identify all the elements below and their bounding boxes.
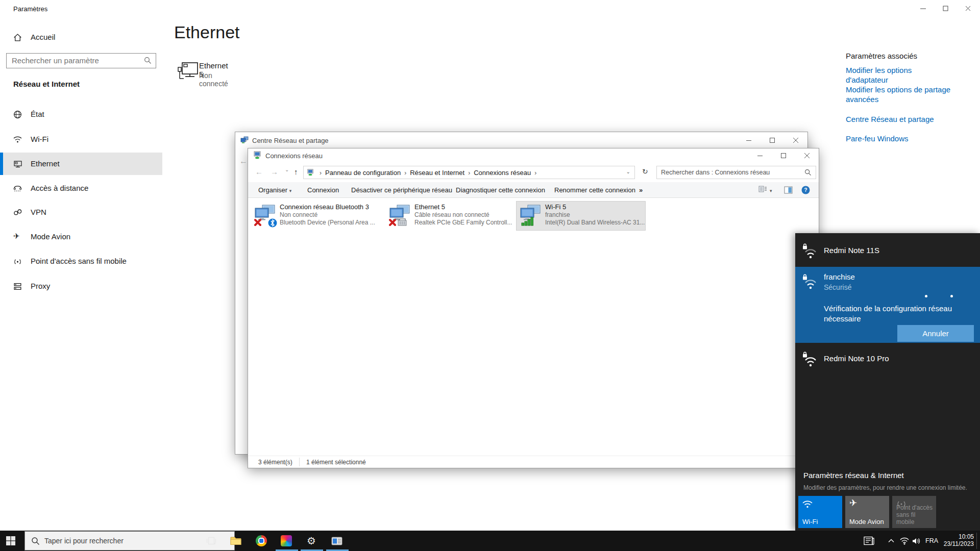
globe-icon xyxy=(13,110,22,119)
sidebar-item-mode-avion[interactable]: ✈ Mode Avion xyxy=(0,226,162,248)
news-widget-icon[interactable] xyxy=(863,535,875,547)
chrome-icon[interactable] xyxy=(255,535,267,547)
item-count: 3 élément(s) xyxy=(258,459,292,466)
link-network-center[interactable]: Centre Réseau et partage xyxy=(846,114,953,124)
statusbar-divider xyxy=(299,458,300,466)
sidebar-item-ethernet[interactable]: Ethernet xyxy=(0,153,162,175)
svg-text:?: ? xyxy=(804,187,807,193)
connections-titlebar[interactable]: Connexions réseau xyxy=(248,148,819,163)
address-dropdown-icon[interactable]: ⌄ xyxy=(626,169,630,174)
link-adapter-options[interactable]: Modifier les options d'adaptateur xyxy=(846,65,953,85)
language-indicator[interactable]: FRA xyxy=(925,537,938,544)
back-arrow-icon[interactable]: ← xyxy=(239,157,248,166)
start-button[interactable] xyxy=(6,536,15,545)
toolbar-disable-device[interactable]: Désactiver ce périphérique réseau xyxy=(351,182,452,198)
proxy-icon xyxy=(13,282,22,291)
network-item-redmi-11s[interactable]: Redmi Note 11S xyxy=(795,237,980,264)
nav-back-icon[interactable]: ← xyxy=(255,167,263,176)
wifi-signal-lock-icon xyxy=(802,274,819,289)
breadcrumb-chevron-icon: › xyxy=(316,169,325,177)
preview-pane-icon[interactable] xyxy=(784,186,793,194)
explorer-search-input[interactable]: Rechercher dans : Connexions réseau xyxy=(656,166,816,179)
toolbar-diagnose[interactable]: Diagnostiquer cette connexion xyxy=(456,182,545,198)
address-bar[interactable]: ›Panneau de configuration›Réseau et Inte… xyxy=(303,166,635,179)
toolbar-overflow-chevron[interactable]: » xyxy=(639,182,643,198)
settings-close-button[interactable] xyxy=(957,0,979,16)
nav-history-chevron-icon[interactable]: ⌄ xyxy=(285,167,289,172)
search-icon xyxy=(144,57,152,64)
search-icon xyxy=(804,169,812,176)
wifi-icon xyxy=(802,500,813,508)
quick-action-mobile-hotspot[interactable]: Point d'accès sans fil mobile xyxy=(892,496,936,528)
tray-wifi-icon[interactable] xyxy=(898,535,911,547)
hotspot-icon xyxy=(13,257,22,266)
settings-window-controls xyxy=(912,0,979,16)
tray-date: 23/11/2023 xyxy=(942,540,974,547)
ethernet-monitor-icon xyxy=(178,61,199,82)
minimize-button[interactable] xyxy=(737,132,761,148)
image-editor-icon[interactable] xyxy=(280,535,292,547)
toolbar-rename[interactable]: Renommer cette connexion xyxy=(554,182,635,198)
file-explorer-icon[interactable] xyxy=(230,535,242,547)
help-icon[interactable]: ? xyxy=(801,186,810,194)
taskbar-search-input[interactable]: Taper ici pour rechercher xyxy=(24,531,235,550)
minimize-button[interactable] xyxy=(748,148,772,163)
network-settings-subtitle: Modifier des paramètres, pour rendre une… xyxy=(803,484,967,491)
network-center-titlebar[interactable]: Centre Réseau et partage xyxy=(235,132,807,148)
link-sharing-options[interactable]: Modifier les options de partage avancées xyxy=(846,85,953,104)
nav-forward-icon[interactable]: → xyxy=(271,167,278,176)
settings-minimize-button[interactable] xyxy=(912,0,934,16)
ethernet-icon xyxy=(13,160,22,168)
settings-maximize-button[interactable] xyxy=(934,0,957,16)
network-security: Sécurisé xyxy=(824,283,851,291)
adapter-tile-ethernet[interactable]: Ethernet 5 Câble réseau non connecté Rea… xyxy=(386,202,514,230)
breadcrumb-chevron-icon: › xyxy=(531,169,540,177)
adapter-tile-wifi[interactable]: Wi-Fi 5 franchise Intel(R) Dual Band Wir… xyxy=(517,202,645,230)
tray-chevron-up-icon[interactable] xyxy=(885,535,897,547)
network-center-icon xyxy=(240,136,249,144)
show-desktop-divider[interactable] xyxy=(976,533,977,549)
task-view-icon[interactable] xyxy=(205,535,217,547)
network-item-franchise-selected[interactable]: franchise Sécurisé Vérification de la co… xyxy=(795,267,980,343)
clock[interactable]: 10:05 23/11/2023 xyxy=(942,533,974,547)
view-dropdown-icon[interactable]: ▾ xyxy=(770,188,772,193)
adapter-tile-bluetooth[interactable]: Connexion réseau Bluetooth 3 Non connect… xyxy=(251,202,380,230)
sidebar-item-etat[interactable]: État xyxy=(0,103,162,126)
sidebar-item-proxy[interactable]: Proxy xyxy=(0,275,162,297)
quick-action-airplane-mode[interactable]: ✈ Mode Avion xyxy=(845,496,889,528)
toolbar-connexion[interactable]: Connexion xyxy=(307,182,339,198)
close-button[interactable] xyxy=(795,148,819,163)
bluetooth-adapter-icon xyxy=(253,204,278,228)
nav-up-icon[interactable]: ↑ xyxy=(294,167,298,176)
vpn-icon xyxy=(13,208,22,217)
close-button[interactable] xyxy=(784,132,807,148)
network-settings-link[interactable]: Paramètres réseau & Internet xyxy=(803,471,904,480)
tray-time: 10:05 xyxy=(942,533,974,540)
tray-volume-icon[interactable] xyxy=(911,535,923,547)
network-item-redmi-10-pro[interactable]: Redmi Note 10 Pro xyxy=(795,345,980,372)
settings-window-title: Paramètres xyxy=(13,5,47,13)
sidebar-item-vpn[interactable]: VPN xyxy=(0,201,162,223)
control-panel-icon[interactable] xyxy=(331,535,343,547)
maximize-button[interactable] xyxy=(772,148,795,163)
breadcrumb-item[interactable]: Réseau et Internet xyxy=(410,169,464,177)
cancel-button[interactable]: Annuler xyxy=(897,325,974,342)
quick-action-wifi[interactable]: Wi-Fi xyxy=(798,496,842,528)
maximize-button[interactable] xyxy=(761,132,784,148)
settings-search-input[interactable]: Rechercher un paramètre xyxy=(6,53,156,68)
connections-controls xyxy=(748,148,819,163)
refresh-icon[interactable]: ↻ xyxy=(642,167,648,176)
connection-status: Non connecté xyxy=(199,71,228,88)
link-firewall[interactable]: Pare-feu Windows xyxy=(846,134,953,143)
taskbar: Taper ici pour rechercher ⚙ FRA 10:05 23… xyxy=(0,531,980,551)
settings-gear-icon[interactable]: ⚙ xyxy=(305,535,317,547)
breadcrumb-item[interactable]: Connexions réseau xyxy=(474,169,531,177)
sidebar-item-home[interactable]: Accueil xyxy=(0,26,162,48)
sidebar-item-acces-distance[interactable]: Accès à distance xyxy=(0,177,162,199)
sidebar-item-wifi[interactable]: Wi-Fi xyxy=(0,128,162,151)
toolbar-organiser[interactable]: Organiser ▾ xyxy=(258,182,291,199)
wifi-flyout: Redmi Note 11S franchise Sécurisé Vérifi… xyxy=(795,233,980,531)
view-list-icon[interactable] xyxy=(758,186,767,194)
sidebar-item-hotspot[interactable]: Point d'accès sans fil mobile xyxy=(0,250,162,272)
breadcrumb-item[interactable]: Panneau de configuration xyxy=(325,169,401,177)
